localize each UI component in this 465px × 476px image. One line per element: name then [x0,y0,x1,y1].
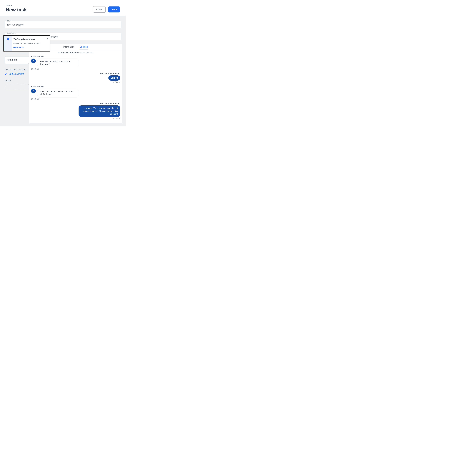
avatar: A [31,89,36,93]
info-icon: i [7,38,9,40]
toast-icon-column: i [4,35,12,51]
message-timestamp: 10:14 AM [31,98,120,100]
message-block: Assistant MG A Please restart the test r… [31,86,120,100]
tab-information[interactable]: Information [63,44,74,50]
message-block: Markus Mustermann ER-208 10:14 AM [31,72,120,83]
header: TASKS New task Close Save [0,0,126,16]
breadcrumb: TASKS [6,4,27,6]
open-task-link[interactable]: OPEN TASK [13,46,48,48]
date-input[interactable]: 8/23/2022 [5,56,29,64]
created-suffix: created this task [78,51,94,54]
title-value: Test run support [7,23,24,26]
description-label: Description [6,32,16,34]
date-value: 8/23/2022 [7,59,18,61]
message-block: Markus Mustermann It worked. The error m… [31,102,120,120]
updates-panel: Information Updates Markus Mustermann cr… [29,44,122,123]
creator-name: Markus Mustermann [58,51,78,54]
page-title: New task [6,7,27,12]
message-bubble: It worked. The error message did not app… [79,105,120,117]
notification-toast: i ✕ You've got a new task Please click o… [3,35,50,52]
pencil-icon [5,73,7,75]
sender-name: Markus Mustermann [31,72,120,75]
sender-name: Assistant MG [31,55,120,58]
toast-message: Please click on the link to view [13,42,48,45]
message-timestamp: 10:14 AM [31,68,120,70]
message-block: Assistant MG A Hello Markus, which error… [31,55,120,70]
title-label: Title * [6,20,12,22]
sender-name: Markus Mustermann [31,102,120,105]
message-timestamp: 10:16 AM [31,118,120,120]
tab-updates[interactable]: Updates [80,44,88,50]
sender-name: Assistant MG [31,86,120,88]
save-button[interactable]: Save [108,6,120,12]
avatar: A [31,58,36,63]
title-input[interactable]: Test run support [5,21,121,28]
message-bubble: ER-208 [108,75,120,81]
media-dropzone[interactable] [5,84,29,89]
message-bubble: Please restart the test run. I think thi… [37,89,79,98]
title-field-wrapper: Title * Test run support [5,21,121,28]
message-bubble: Hello Markus, which error code is displa… [37,58,79,67]
chat-body: Assistant MG A Hello Markus, which error… [29,55,122,123]
edit-classifiers-label: Edit classifiers [9,73,24,75]
toast-title: You've got a new task [13,38,48,40]
message-timestamp: 10:14 AM [31,81,120,83]
close-button[interactable]: Close [93,6,106,12]
edit-classifiers-link[interactable]: Edit classifiers [5,73,24,75]
close-icon[interactable]: ✕ [46,37,48,40]
